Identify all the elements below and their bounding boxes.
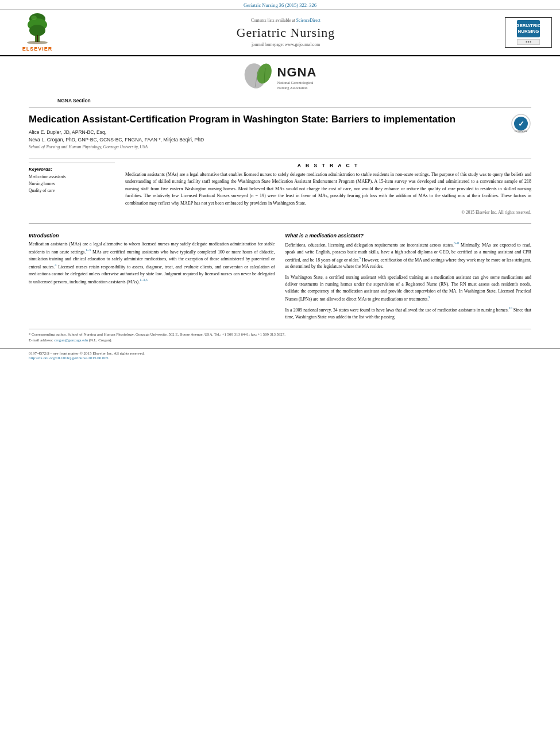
abstract-col: A B S T R A C T Medication assistants (M… — [125, 163, 531, 220]
keyword-1: Medication assistants — [29, 174, 115, 180]
svg-text:GERIATRIC: GERIATRIC — [517, 23, 540, 28]
svg-text:✓: ✓ — [518, 120, 524, 128]
email-link[interactable]: crogan@gonzaga.edu — [54, 338, 88, 342]
gn-logo-box: GERIATRIC NURSING ■ ■ ■ — [505, 17, 552, 48]
svg-text:NURSING: NURSING — [518, 29, 539, 34]
footnote-area: * Corresponding author. School of Nursin… — [29, 329, 531, 343]
keywords-col: Keywords: Medication assistants Nursing … — [29, 163, 115, 220]
elsevier-text: ELSEVIER — [22, 46, 53, 52]
journal-header-center: Contents lists available at ScienceDirec… — [69, 13, 503, 52]
superscript-6: 9 — [428, 295, 430, 299]
affiliation: School of Nursing and Human Physiology, … — [29, 144, 531, 149]
introduction-para-1: Medication assistants (MAs) are a legal … — [29, 241, 275, 285]
superscript-3: 1–3,5 — [140, 278, 148, 282]
footnote-email: E-mail address: crogan@gonzaga.edu (N.L.… — [29, 337, 531, 343]
abstract-text: Medication assistants (MAs) are a legal … — [125, 171, 531, 207]
keyword-2: Nursing homes — [29, 180, 115, 187]
article-title-area: Medication Assistant-Certification Progr… — [0, 111, 560, 155]
footnote-1: * Corresponding author. School of Nursin… — [29, 332, 531, 337]
superscript-1: 1–3 — [86, 248, 91, 252]
what-is-col: What is a medication assistant? Definiti… — [285, 233, 532, 324]
superscript-5: 5 — [359, 256, 361, 260]
contents-line: Contents lists available at ScienceDirec… — [251, 18, 320, 23]
journal-title: Geriatric Nursing — [237, 25, 335, 40]
elsevier-tree-icon — [20, 13, 55, 45]
article-main-title: Medication Assistant-Certification Progr… — [29, 113, 488, 126]
svg-text:CrossMark: CrossMark — [515, 130, 528, 133]
ngna-subtitle: National GerontologicalNursing Associati… — [277, 80, 317, 90]
superscript-2: 4 — [55, 263, 56, 267]
abstract-section: A B S T R A C T Medication assistants (M… — [125, 163, 531, 215]
crossmark-icon: ✓ CrossMark — [511, 113, 531, 134]
doi-line: http://dx.doi.org/10.1016/j.gerinurse.20… — [29, 356, 531, 360]
what-is-para-1: Definitions, education, licensing and de… — [285, 241, 532, 271]
doi-link[interactable]: http://dx.doi.org/10.1016/j.gerinurse.20… — [29, 356, 109, 360]
ngna-logo: NGNA National GerontologicalNursing Asso… — [244, 63, 317, 92]
divider-2 — [29, 159, 531, 159]
citation-text: Geriatric Nursing 36 (2015) 322–326 — [244, 2, 316, 8]
introduction-heading: Introduction — [29, 233, 275, 239]
superscript-4: 6–8 — [454, 241, 459, 245]
body-two-col: Introduction Medication assistants (MAs)… — [29, 233, 531, 324]
svg-point-4 — [29, 25, 45, 36]
keyword-3: Quality of care — [29, 187, 115, 194]
keywords-box: Keywords: Medication assistants Nursing … — [29, 163, 115, 194]
journal-header: ELSEVIER Contents lists available at Sci… — [0, 10, 560, 56]
keywords-title: Keywords: — [29, 167, 115, 172]
crossmark-badge: ✓ CrossMark — [511, 113, 531, 134]
divider-3 — [29, 223, 531, 224]
svg-point-5 — [31, 16, 37, 20]
gn-logo-icon: GERIATRIC NURSING — [517, 20, 540, 37]
journal-homepage: journal homepage: www.gnjournal.com — [252, 42, 320, 47]
body-section: Introduction Medication assistants (MAs)… — [0, 227, 560, 324]
introduction-col: Introduction Medication assistants (MAs)… — [29, 233, 275, 324]
citation-bar: Geriatric Nursing 36 (2015) 322–326 — [0, 0, 560, 10]
divider-1 — [29, 107, 531, 107]
ngna-section: NGNA National GerontologicalNursing Asso… — [0, 56, 560, 98]
gn-logo-sub: ■ ■ ■ — [508, 39, 549, 45]
ngna-section-label: NGNA Section — [29, 98, 560, 103]
journal-logo-right: GERIATRIC NURSING ■ ■ ■ — [503, 13, 554, 52]
ngna-title: NGNA — [277, 65, 317, 80]
ngna-text-block: NGNA National GerontologicalNursing Asso… — [277, 65, 317, 90]
elsevier-logo-area: ELSEVIER — [6, 13, 69, 52]
abstract-section-layout: Keywords: Medication assistants Nursing … — [0, 163, 560, 220]
copyright-line: © 2015 Elsevier Inc. All rights reserved… — [125, 210, 531, 215]
what-is-para-2: In Washington State, a certified nursing… — [285, 274, 532, 303]
authors-line-1: Alice E. Dupler, JD, APRN-BC, Esq, — [29, 129, 531, 135]
ngna-leaf-icon — [244, 63, 275, 92]
sciencedirect-link[interactable]: ScienceDirect — [296, 18, 320, 23]
elsevier-logo: ELSEVIER — [20, 13, 55, 52]
abstract-heading: A B S T R A C T — [125, 163, 531, 168]
what-is-heading: What is a medication assistant? — [285, 233, 532, 239]
superscript-7: 10 — [509, 306, 512, 310]
issn-line: 0197-4572/$ – see front matter © 2015 El… — [29, 351, 531, 356]
authors-line-2: Neva L. Crogan, PhD, GNP-BC, GCNS-BC, FN… — [29, 137, 531, 143]
what-is-para-3: In a 2009 national survey, 34 states wer… — [285, 306, 532, 321]
bottom-bar: 0197-4572/$ – see front matter © 2015 El… — [0, 348, 560, 363]
